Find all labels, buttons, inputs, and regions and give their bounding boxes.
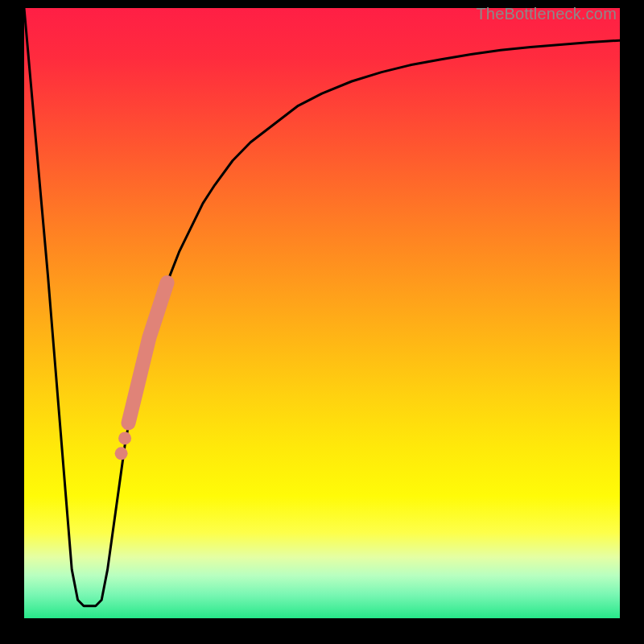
highlight-dots	[115, 431, 132, 460]
highlight-segment	[129, 283, 167, 423]
watermark-text: TheBottleneck.com	[476, 5, 617, 23]
chart-container: TheBottleneck.com	[0, 0, 644, 644]
plot-area	[24, 8, 620, 618]
curve-layer	[24, 8, 620, 618]
highlight-dot	[118, 431, 131, 444]
highlight-dot	[115, 447, 128, 460]
bottleneck-curve	[24, 8, 620, 606]
